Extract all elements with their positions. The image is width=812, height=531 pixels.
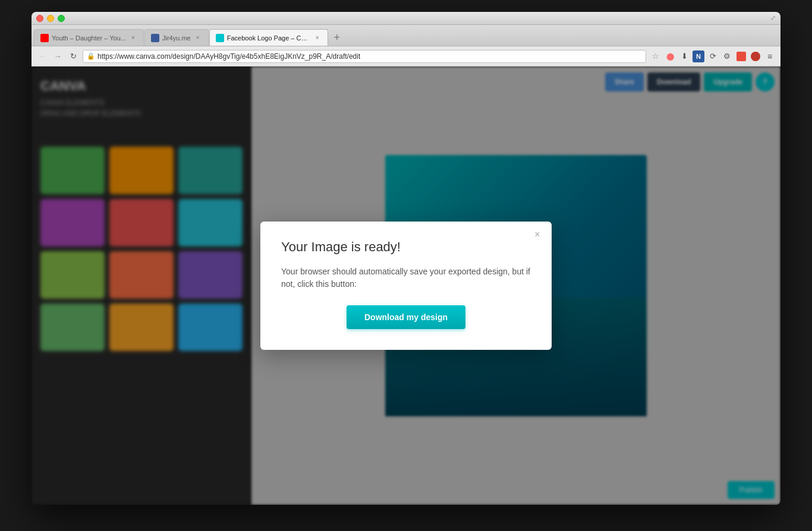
title-bar: ⤢ xyxy=(32,12,780,25)
ssl-icon: 🔒 xyxy=(87,52,95,60)
back-button[interactable]: ← xyxy=(36,50,48,62)
extension-circle-icon[interactable] xyxy=(750,50,761,62)
close-traffic-light[interactable] xyxy=(36,15,43,22)
tab-canva-label: Facebook Logo Page – Ca... xyxy=(227,34,310,42)
tab-jir4yu-close[interactable]: × xyxy=(194,34,202,42)
modal-title: Your Image is ready! xyxy=(281,239,531,255)
jir4yu-favicon xyxy=(151,34,159,42)
mac-window: ⤢ Youth – Daughter – You... × Jir4yu.me … xyxy=(32,12,780,505)
expand-icon[interactable]: ⤢ xyxy=(770,14,776,22)
forward-button[interactable]: → xyxy=(52,50,64,62)
tab-canva-close[interactable]: × xyxy=(313,34,322,42)
notion-icon[interactable]: N xyxy=(693,50,704,62)
new-tab-button[interactable]: + xyxy=(329,29,345,46)
modal-overlay: × Your Image is ready! Your browser shou… xyxy=(32,67,780,505)
modal-body: Your browser should automatically save y… xyxy=(281,266,531,290)
url-bar[interactable]: 🔒 https://www.canva.com/design/DAAyH8gvT… xyxy=(83,50,646,63)
color-picker-icon[interactable]: ⬤ xyxy=(664,50,676,62)
menu-icon[interactable]: ≡ xyxy=(764,50,776,62)
tab-youtube-label: Youth – Daughter – You... xyxy=(52,34,126,42)
extension-red-icon[interactable] xyxy=(735,50,747,62)
address-bar: ← → ↻ 🔒 https://www.canva.com/design/DAA… xyxy=(32,46,780,67)
youtube-favicon xyxy=(40,34,49,42)
modal-close-button[interactable]: × xyxy=(531,229,543,241)
tab-youtube[interactable]: Youth – Daughter – You... × xyxy=(34,29,144,46)
fullscreen-traffic-light[interactable] xyxy=(58,15,65,22)
tab-bar: Youth – Daughter – You... × Jir4yu.me × … xyxy=(32,25,780,46)
extensions-icon[interactable]: ⟳ xyxy=(707,50,719,62)
traffic-lights xyxy=(36,15,65,22)
browser-toolbar-icons: ☆ ⬤ ⬇ N ⟳ ⚙ ≡ xyxy=(650,50,776,62)
tab-canva[interactable]: Facebook Logo Page – Ca... × xyxy=(209,29,328,46)
modal-download-button[interactable]: Download my design xyxy=(347,305,465,329)
minimize-traffic-light[interactable] xyxy=(47,15,54,22)
modal-dialog: × Your Image is ready! Your browser shou… xyxy=(260,222,552,350)
canva-favicon xyxy=(216,34,224,42)
url-text: https://www.canva.com/design/DAAyH8gvTig… xyxy=(97,52,360,61)
tab-jir4yu[interactable]: Jir4yu.me × xyxy=(144,29,209,46)
settings-icon[interactable]: ⚙ xyxy=(721,50,733,62)
refresh-button[interactable]: ↻ xyxy=(67,50,79,62)
tab-jir4yu-label: Jir4yu.me xyxy=(162,34,191,42)
download-icon[interactable]: ⬇ xyxy=(678,50,690,62)
tab-youtube-close[interactable]: × xyxy=(129,34,137,42)
content-area: CANVA CANVA ELEMENTS DRAG AND DROP ELEME… xyxy=(32,67,780,505)
bookmark-icon[interactable]: ☆ xyxy=(650,50,662,62)
